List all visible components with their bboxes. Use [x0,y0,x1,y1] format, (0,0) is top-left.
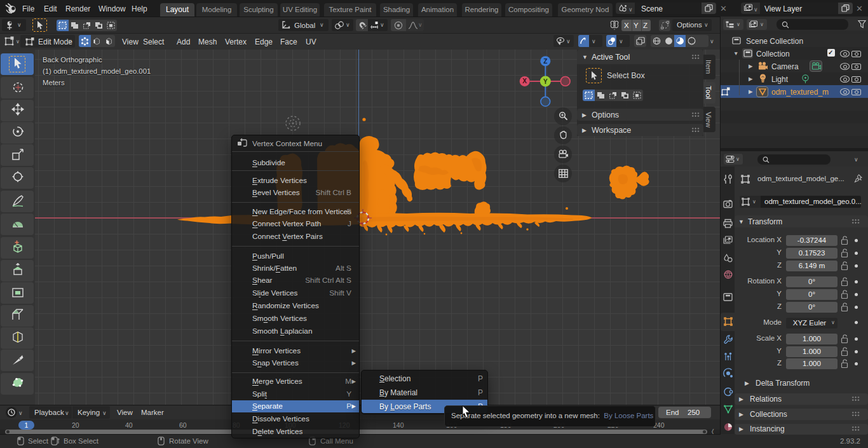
svg-text:X: X [522,78,527,85]
svg-text:Y: Y [543,78,548,85]
svg-text:Z: Z [543,58,547,65]
